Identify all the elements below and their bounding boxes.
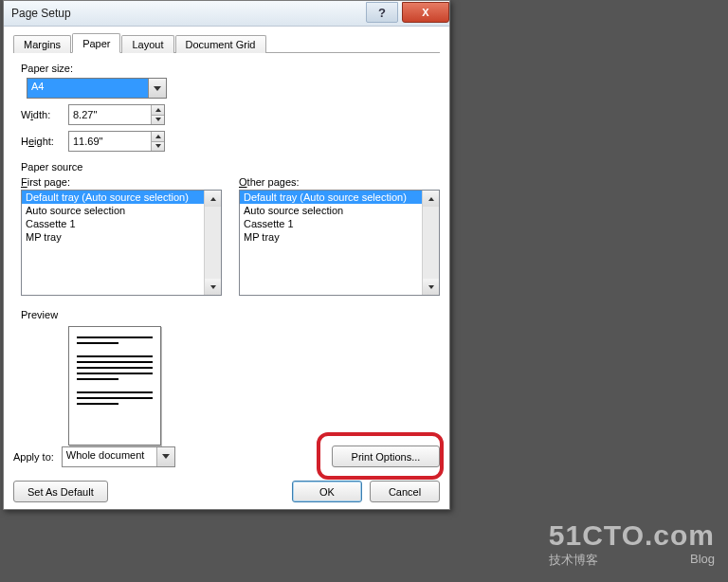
chevron-down-icon xyxy=(162,454,170,459)
list-item[interactable]: Default tray (Auto source selection) xyxy=(240,191,439,204)
paper-source-group: Paper source First page: Default tray (A… xyxy=(21,161,440,296)
chevron-up-icon xyxy=(428,197,434,201)
help-button[interactable]: ? xyxy=(366,2,398,23)
close-button[interactable]: X xyxy=(402,2,449,23)
tab-paper[interactable]: Paper xyxy=(72,33,120,53)
scrollbar[interactable] xyxy=(422,191,439,295)
preview-page-icon xyxy=(68,326,161,446)
chevron-down-icon xyxy=(210,285,216,289)
other-pages-label: Other pages: xyxy=(239,176,440,188)
width-label: Width: xyxy=(21,109,68,120)
chevron-down-icon xyxy=(155,144,161,148)
ok-button[interactable]: OK xyxy=(292,481,362,502)
chevron-up-icon xyxy=(210,197,216,201)
height-spinner[interactable] xyxy=(68,131,165,152)
set-as-default-button[interactable]: Set As Default xyxy=(13,481,108,502)
cancel-button[interactable]: Cancel xyxy=(370,481,440,502)
paper-size-label: Paper size: xyxy=(21,63,440,74)
list-item[interactable]: Auto source selection xyxy=(22,204,221,217)
paper-size-combo[interactable]: A4 xyxy=(27,78,167,99)
paper-size-group: Paper size: A4 Width: Height: xyxy=(21,63,440,152)
title-bar[interactable]: Page Setup ? X xyxy=(4,1,449,27)
scroll-up[interactable] xyxy=(423,191,439,207)
height-spin-up[interactable] xyxy=(152,132,164,141)
paper-source-label: Paper source xyxy=(21,161,440,173)
scroll-down[interactable] xyxy=(205,279,221,295)
scrollbar[interactable] xyxy=(204,191,221,295)
chevron-down-icon xyxy=(154,86,161,91)
tab-margins[interactable]: Margins xyxy=(13,35,71,53)
list-item[interactable]: Cassette 1 xyxy=(240,217,439,230)
width-spinner[interactable] xyxy=(68,104,165,125)
preview-label: Preview xyxy=(21,309,440,320)
first-page-label: First page: xyxy=(21,176,222,188)
page-setup-dialog: Page Setup ? X Margins Paper Layout Docu… xyxy=(3,0,450,510)
apply-to-combo[interactable]: Whole document xyxy=(62,446,175,467)
list-item[interactable]: MP tray xyxy=(22,230,221,244)
width-spin-up[interactable] xyxy=(152,105,164,115)
preview-group: Preview xyxy=(21,309,440,446)
paper-size-dropdown-button[interactable] xyxy=(148,79,166,98)
chevron-down-icon xyxy=(428,285,434,289)
watermark: 51CTO.com 技术博客 Blog xyxy=(549,519,715,569)
apply-to-label: Apply to: xyxy=(13,451,54,463)
chevron-up-icon xyxy=(155,135,161,138)
height-spin-down[interactable] xyxy=(152,141,164,152)
tab-document-grid[interactable]: Document Grid xyxy=(175,35,266,53)
other-pages-listbox[interactable]: Default tray (Auto source selection) Aut… xyxy=(239,190,440,296)
width-input[interactable] xyxy=(69,105,151,124)
apply-to-dropdown-button[interactable] xyxy=(156,447,174,466)
first-page-listbox[interactable]: Default tray (Auto source selection) Aut… xyxy=(21,190,222,296)
paper-size-value: A4 xyxy=(27,79,148,98)
chevron-down-icon xyxy=(155,118,161,121)
list-item[interactable]: Default tray (Auto source selection) xyxy=(22,191,221,204)
chevron-up-icon xyxy=(155,108,161,112)
tab-layout[interactable]: Layout xyxy=(121,35,173,53)
scroll-down[interactable] xyxy=(423,279,439,295)
list-item[interactable]: Auto source selection xyxy=(240,204,439,217)
apply-to-value: Whole document xyxy=(63,447,156,466)
list-item[interactable]: MP tray xyxy=(240,230,439,244)
dialog-title: Page Setup xyxy=(11,7,71,20)
print-options-button[interactable]: Print Options... xyxy=(332,446,440,467)
height-input[interactable] xyxy=(69,132,151,151)
list-item[interactable]: Cassette 1 xyxy=(22,217,221,230)
bottom-bar: Apply to: Whole document Print Options..… xyxy=(13,446,440,502)
scroll-up[interactable] xyxy=(205,191,221,207)
tab-bar: Margins Paper Layout Document Grid xyxy=(13,32,440,53)
width-spin-down[interactable] xyxy=(152,115,164,125)
height-label: Height: xyxy=(21,136,68,147)
